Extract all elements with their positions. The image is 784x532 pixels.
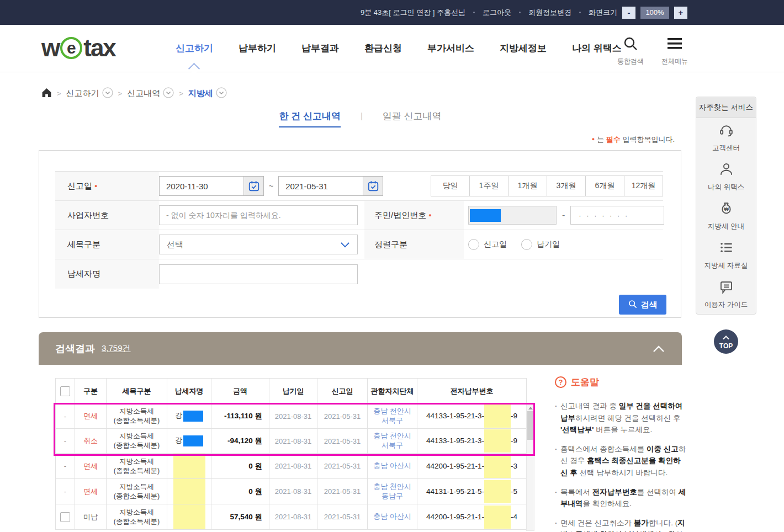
row-category: 면세 xyxy=(75,454,107,479)
radio-button-icon[interactable] xyxy=(521,239,532,250)
sort-radio-report-date[interactable]: 신고일 xyxy=(468,239,507,250)
row-payment-number[interactable]: 44200-1-95-21-1--4 xyxy=(417,504,527,530)
quick-service-local-tax-guide[interactable]: ₩지방세 안내 xyxy=(696,196,756,236)
results-count[interactable]: 3,759건 xyxy=(102,343,131,354)
date-from-input[interactable] xyxy=(160,177,243,195)
nav-item-extra-services[interactable]: 부가서비스 xyxy=(427,42,474,55)
resident-number-front-field[interactable] xyxy=(468,206,557,225)
results-table: 구분세목구분납세자명금액납기일신고일관할자치단체전자납부번호 -면세지방소득세(… xyxy=(55,378,527,530)
row-tax-item: 지방소득세(종합소득세분) xyxy=(107,404,167,429)
nav-item-refund[interactable]: 환급신청 xyxy=(364,42,402,55)
help-list: 신고내역 결과 중 일부 건을 선택하여 납부하시려면 해당 건을 선택하신 후… xyxy=(555,400,686,532)
home-icon[interactable] xyxy=(41,88,52,99)
row-checkbox[interactable] xyxy=(60,512,70,522)
quick-service-my-wetax[interactable]: 나의 위택스 xyxy=(696,157,756,196)
tab-bulk[interactable]: 일괄 신고내역 xyxy=(383,110,442,126)
scrollbar-thumb[interactable] xyxy=(527,411,533,440)
table-row: -면세지방소득세(종합소득세분)강-113,110 원2021-08-31202… xyxy=(56,404,527,429)
column-header: 납기일 xyxy=(269,379,317,404)
sort-radio-due-date[interactable]: 납기일 xyxy=(521,239,560,250)
chat-icon xyxy=(719,279,734,296)
select-all-checkbox[interactable] xyxy=(60,386,70,396)
logo-part: tax xyxy=(83,34,115,62)
search-button[interactable]: 검색 xyxy=(619,295,666,315)
table-scrollbar[interactable] xyxy=(526,404,534,531)
redacted-resident-number xyxy=(470,209,501,222)
scroll-to-top-button[interactable]: TOP xyxy=(714,329,738,354)
select-all-header xyxy=(56,379,75,404)
results-title: 검색결과 xyxy=(55,342,95,355)
caret-up-icon xyxy=(722,333,730,342)
wetax-logo[interactable]: wetax xyxy=(41,34,115,62)
row-tax-item: 지방소득세(종합소득세분) xyxy=(107,504,167,530)
range-button-6months[interactable]: 6개월 xyxy=(585,175,624,196)
row-category: 미납 xyxy=(75,504,107,530)
nav-item-local-tax-info[interactable]: 지방세정보 xyxy=(500,42,547,55)
calendar-icon[interactable] xyxy=(243,177,263,195)
row-tax-item: 지방소득세(종합소득세분) xyxy=(107,454,167,479)
column-header: 금액 xyxy=(211,379,269,404)
help-item: 목록에서 전자납부번호를 선택하여 세부내역을 확인하세요. xyxy=(555,486,686,510)
row-payment-number[interactable]: 44200-1-95-21-1--3 xyxy=(417,454,527,479)
row-category: 취소 xyxy=(75,429,107,454)
column-header: 관할자치단체 xyxy=(368,379,417,404)
separator-dot xyxy=(579,12,581,13)
table-row: -취소지방소득세(종합소득세분)강-94,120 원2021-08-312021… xyxy=(56,429,527,454)
separator-dot xyxy=(473,12,475,13)
member-info-link[interactable]: 회원정보변경 xyxy=(528,8,571,18)
number-dash: - xyxy=(562,210,565,220)
row-due-date: 2021-08-31 xyxy=(269,504,317,530)
chevron-down-circle-icon[interactable] xyxy=(102,87,113,100)
row-amount: -94,120 원 xyxy=(211,429,269,454)
quick-service-customer-center[interactable]: 고객센터 xyxy=(696,118,756,157)
tab-single[interactable]: 한 건 신고내역 xyxy=(279,110,340,127)
row-amount: 57,540 원 xyxy=(211,504,269,530)
zoom-in-button[interactable]: + xyxy=(674,7,687,19)
range-button-today[interactable]: 당일 xyxy=(431,175,470,196)
global-search-button[interactable]: 통합검색 xyxy=(617,36,644,66)
taxpayer-name-input[interactable] xyxy=(159,264,358,284)
row-amount: 0 원 xyxy=(211,479,269,504)
zoom-out-button[interactable]: - xyxy=(622,7,635,19)
date-to-input[interactable] xyxy=(279,177,363,195)
range-button-1month[interactable]: 1개월 xyxy=(508,175,547,196)
range-button-12months[interactable]: 12개월 xyxy=(624,175,663,196)
nav-item-pay-result[interactable]: 납부결과 xyxy=(301,42,339,55)
nav-item-my-wetax[interactable]: 나의 위택스 xyxy=(572,42,622,55)
resident-number-back-field[interactable]: · · · · · · · xyxy=(570,206,664,225)
collapse-chevron-icon[interactable] xyxy=(652,345,665,353)
chevron-down-circle-icon[interactable] xyxy=(216,87,227,100)
help-item: 신고내역 결과 중 일부 건을 선택하여 납부하시려면 해당 건을 선택하신 후… xyxy=(555,400,686,436)
site-header: wetax 신고하기납부하기납부결과환급신청부가서비스지방세정보나의 위택스 통… xyxy=(0,25,784,72)
row-payment-number[interactable]: 44133-1-95-21-3--9 xyxy=(417,404,527,429)
calendar-icon[interactable] xyxy=(363,177,383,195)
quick-service-user-guide[interactable]: 이용자 가이드 xyxy=(696,275,756,314)
breadcrumb-item-report[interactable]: 신고하기 xyxy=(66,87,113,100)
breadcrumb-item-report-history[interactable]: 신고내역 xyxy=(127,87,174,100)
resident-number-label: 주민/법인번호● xyxy=(364,201,464,230)
help-title: 도움말 xyxy=(571,376,599,389)
table-header-row: 구분세목구분납세자명금액납기일신고일관할자치단체전자납부번호 xyxy=(56,379,527,404)
row-due-date: 2021-08-31 xyxy=(269,404,317,429)
nav-item-pay[interactable]: 납부하기 xyxy=(239,42,276,55)
row-district: 충남 아산시 xyxy=(368,504,417,530)
radio-button-icon[interactable] xyxy=(468,239,479,250)
logout-link[interactable]: 로그아웃 xyxy=(483,8,511,18)
all-menu-button[interactable]: 전체메뉴 xyxy=(661,36,688,66)
row-payment-number[interactable]: 44133-1-95-21-3--9 xyxy=(417,429,527,454)
tax-item-select[interactable]: 선택 xyxy=(159,235,358,254)
nav-item-report[interactable]: 신고하기 xyxy=(176,42,213,55)
row-tax-item: 지방소득세(종합소득세분) xyxy=(107,479,167,504)
row-payment-number[interactable]: 44131-1-95-21-5--5 xyxy=(417,479,527,504)
business-number-input[interactable] xyxy=(159,205,358,225)
range-button-1week[interactable]: 1주일 xyxy=(469,175,508,196)
range-button-3months[interactable]: 3개월 xyxy=(547,175,586,196)
chevron-down-circle-icon[interactable] xyxy=(163,87,174,100)
redacted-payment-block xyxy=(484,506,511,529)
scrollbar-up-arrow-icon[interactable] xyxy=(528,407,533,409)
row-select-cell: - xyxy=(56,429,75,454)
search-icon xyxy=(628,300,637,310)
quick-service-local-tax-archive[interactable]: 지방세 자료실 xyxy=(696,236,756,275)
zoom-level: 100% xyxy=(640,7,669,19)
breadcrumb-item-local-tax[interactable]: 지방세 xyxy=(188,87,227,100)
